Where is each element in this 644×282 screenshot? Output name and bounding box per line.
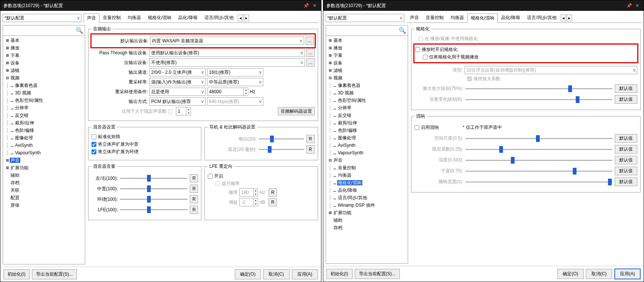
level-slider[interactable] [259, 136, 304, 142]
tree-node[interactable]: ⊞播放 [4, 44, 84, 52]
default-device-select[interactable]: 内置 WASAPI 音频渲染器v [150, 37, 304, 45]
dry-slider[interactable] [465, 168, 613, 175]
decoder-settings-button[interactable]: 音频解码器设置 [278, 107, 315, 115]
tree-node[interactable]: ⊞基本 [327, 37, 407, 44]
tab-lang[interactable]: 语言/同步/其他 [201, 13, 237, 22]
tab-next[interactable]: ▸ [567, 15, 572, 21]
tree-node[interactable]: │…裁剪/拉伸 [327, 119, 407, 127]
cancel-button[interactable]: 取消(C) [586, 269, 612, 279]
tree-node[interactable]: │…VapourSynth [4, 149, 84, 157]
delay-slider[interactable] [259, 146, 304, 153]
default-device-more[interactable]: ... [306, 37, 314, 45]
profile-select[interactable]: *默认配置v [3, 14, 81, 22]
tree-node[interactable]: │…AviSynth [4, 142, 84, 149]
lfe-reset[interactable]: R [190, 206, 198, 214]
tab-lang[interactable]: 语言/同步/其他 [524, 13, 560, 22]
output-method-select[interactable]: PCM 默认输出(推荐v [149, 97, 206, 106]
tree-node[interactable]: │…反交错 [4, 112, 84, 119]
lfe-slider[interactable] [120, 206, 188, 213]
lfe-gain-reset[interactable]: R [269, 198, 277, 206]
init-button[interactable]: 初始化(I) [326, 269, 353, 279]
tree-node[interactable]: 配置 [4, 194, 84, 201]
init-button[interactable]: 初始化(I) [3, 269, 30, 279]
secondary-more[interactable]: ... [306, 58, 315, 67]
search-input[interactable] [5, 27, 76, 34]
tree-node[interactable]: │…色阶/偏移 [327, 127, 407, 134]
tab-crystal[interactable]: 晶化/降噪 [498, 13, 524, 22]
bit-select[interactable]: 16位(推荐)v [207, 68, 263, 76]
tree-node[interactable]: │…3D 视频 [327, 89, 407, 97]
damp-default[interactable]: 默认值 [615, 145, 637, 154]
apply-button[interactable]: 应用(A) [292, 269, 318, 279]
surround-slider[interactable] [120, 196, 188, 203]
cancel-button[interactable]: 取消(C) [263, 269, 290, 279]
tab-sound[interactable]: 声音 [84, 13, 99, 23]
tree-node[interactable]: │…裁剪/拉伸 [4, 119, 84, 127]
channel-select[interactable]: 2/0/0 - 2.0 立体声(推v [149, 68, 206, 76]
vol-change-default[interactable]: 默认值 [615, 95, 637, 104]
category-tree[interactable]: ⊞基本⊞播放⊞字幕⊞设备⊞滤镜⊟视频│…像素着色器│…3D 视频│…色彩空间/属… [3, 36, 85, 264]
tab-prev[interactable]: ◂ [561, 15, 566, 21]
secondary-select[interactable]: 不使用(推荐)v [149, 58, 305, 67]
tab-prev[interactable]: ◂ [238, 15, 243, 21]
tree-node[interactable]: │…AviSynth [327, 142, 407, 149]
tree-node[interactable]: 辅助 [327, 216, 407, 224]
delay-reset[interactable]: R [306, 145, 315, 154]
lr-reset[interactable]: R [190, 174, 198, 182]
tab-crystal[interactable]: 晶化/降噪 [175, 13, 201, 22]
center-slider[interactable] [120, 185, 188, 192]
tab-next[interactable]: ▸ [244, 15, 249, 21]
tree-node[interactable]: │…色彩空间/属性 [327, 97, 407, 104]
search-input[interactable] [327, 27, 399, 34]
wet-slider[interactable] [465, 157, 613, 164]
tree-node[interactable]: │…色阶/偏移 [4, 127, 84, 134]
tree-node[interactable]: │…图像处理 [327, 134, 407, 142]
tab-eq[interactable]: 均衡器 [124, 13, 144, 22]
norm-video-only-check[interactable] [423, 55, 428, 60]
damp-slider[interactable] [465, 146, 613, 153]
tree-node[interactable]: ⊞扩展功能 [4, 164, 84, 172]
ok-button[interactable]: 确定(O) [557, 269, 584, 279]
tab-volume[interactable]: 音量控制 [99, 13, 124, 22]
tree-node[interactable]: │…图像处理 [4, 134, 84, 142]
tree-node[interactable]: ⊞滤镜 [327, 67, 407, 74]
norm-matrix-check[interactable] [92, 134, 96, 139]
tree-node[interactable]: ⊟声音 [327, 157, 407, 164]
tree-node[interactable]: │…分辨率 [327, 104, 407, 112]
apply-button[interactable]: 应用(A) [614, 269, 641, 279]
tree-node[interactable]: │…反交错 [327, 112, 407, 119]
tab-eq[interactable]: 均衡器 [447, 13, 467, 22]
resample-hz-input[interactable]: 48000▴▾ [207, 88, 248, 96]
reverb-enable-check[interactable] [414, 125, 419, 130]
tree-node[interactable]: 屏保 [4, 201, 84, 209]
search-box[interactable]: 🔍 [326, 25, 408, 36]
tree-node[interactable]: │…分辨率 [4, 104, 84, 112]
export-button[interactable]: 导出当前配置(S)... [32, 269, 77, 279]
search-icon[interactable]: 🔍 [399, 27, 406, 34]
lfe-enable-check[interactable] [208, 174, 213, 179]
lfe-freq-reset[interactable]: R [269, 188, 277, 197]
search-box[interactable]: 🔍 [3, 25, 85, 36]
lr-slider[interactable] [120, 175, 188, 182]
tree-node[interactable]: │…像素着色器 [4, 82, 84, 89]
passthrough-more[interactable]: ... [306, 49, 315, 57]
tree-node[interactable]: ⊞设备 [327, 59, 407, 67]
resample-rate-select[interactable]: 源(输入)作为输出(推v [149, 78, 206, 86]
tree-node[interactable]: 辅助 [4, 172, 84, 179]
room-slider[interactable] [465, 135, 613, 142]
tree-node[interactable]: 存档 [327, 224, 407, 231]
tree-node[interactable]: │…3D 视频 [4, 89, 84, 97]
pin-icon[interactable]: 📌 [626, 2, 632, 9]
stereo-center-check[interactable] [92, 142, 96, 147]
tree-node[interactable]: ⊞滤镜 [4, 67, 84, 74]
tree-node[interactable]: ⊞基本 [4, 37, 84, 44]
tree-node[interactable]: │…晶化/降噪 [327, 187, 407, 194]
vol-change-slider[interactable] [465, 96, 613, 103]
tree-node[interactable]: │…像素着色器 [327, 82, 407, 89]
tree-node[interactable]: ⊞设备 [4, 59, 84, 67]
dry-default[interactable]: 默认值 [615, 167, 637, 175]
tree-node[interactable]: ⊞字幕 [327, 52, 407, 59]
tree-node[interactable]: ⊟视频 [4, 74, 84, 82]
wet-default[interactable]: 默认值 [615, 156, 637, 164]
max-gain-default[interactable]: 默认值 [615, 84, 637, 93]
